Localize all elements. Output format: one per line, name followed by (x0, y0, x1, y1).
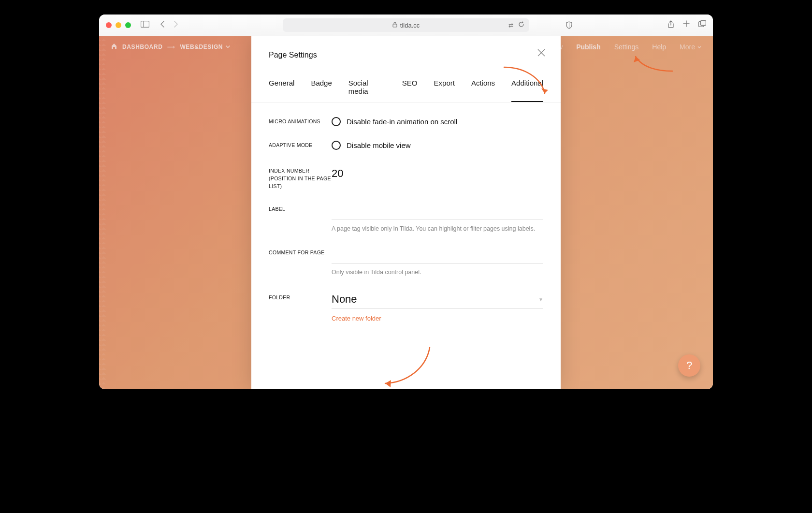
comment-hint: Only visible in Tilda control panel. (332, 268, 543, 277)
tab-general[interactable]: General (269, 79, 294, 102)
window-close-icon[interactable] (106, 22, 112, 28)
tab-seo[interactable]: SEO (402, 79, 418, 102)
settings-link[interactable]: Settings (614, 43, 639, 51)
breadcrumb-project[interactable]: WEB&DESIGN (180, 44, 230, 50)
tab-additional[interactable]: Additional (511, 79, 543, 102)
chrome-right-actions (667, 20, 706, 30)
tabs-overview-icon[interactable] (698, 20, 706, 30)
option-disable-fade-in[interactable]: Disable fade-in animation on scroll (332, 117, 543, 126)
publish-link[interactable]: Publish (576, 43, 601, 51)
field-label: LABEL A page tag visible only in Tilda. … (269, 205, 543, 234)
decorative-pattern (99, 36, 106, 389)
tab-actions[interactable]: Actions (471, 79, 495, 102)
browser-window: tilda.cc ⇄ DASHBOARD ⟶ W (99, 15, 713, 389)
close-button[interactable] (536, 47, 547, 59)
more-menu[interactable]: More (680, 43, 701, 51)
help-fab[interactable]: ? (678, 354, 700, 377)
radio-icon (332, 117, 341, 126)
breadcrumb: DASHBOARD ⟶ WEB&DESIGN (111, 43, 230, 51)
folder-select-value: None (332, 293, 357, 306)
breadcrumb-separator-icon: ⟶ (167, 44, 175, 50)
url-bar[interactable]: tilda.cc ⇄ (283, 18, 529, 32)
chevron-down-icon (697, 46, 701, 48)
url-bar-actions: ⇄ (508, 21, 524, 29)
pagelabel-hint: A page tag visible only in Tilda. You ca… (332, 225, 543, 234)
new-tab-icon[interactable] (683, 20, 690, 30)
index-number-input[interactable] (332, 166, 543, 183)
modal-title: Page Settings (269, 51, 543, 59)
lock-icon (392, 22, 397, 29)
field-folder: FOLDER None ▼ Create new folder (269, 293, 543, 322)
label-pagelabel: LABEL (269, 205, 332, 213)
sidebar-toggle-icon[interactable] (141, 21, 149, 29)
topbar-actions: Preview Publish Settings Help More (538, 43, 701, 51)
folder-select[interactable]: None ▼ (332, 293, 543, 309)
back-icon[interactable] (160, 21, 165, 29)
tab-badge[interactable]: Badge (311, 79, 332, 102)
chevron-down-icon: ▼ (538, 297, 543, 302)
pagelabel-input[interactable] (332, 205, 543, 220)
privacy-report-icon[interactable] (566, 21, 573, 31)
traffic-lights (106, 22, 131, 28)
share-icon[interactable] (667, 20, 674, 30)
app-area: DASHBOARD ⟶ WEB&DESIGN Preview Publish S… (99, 36, 713, 389)
url-text: tilda.cc (400, 22, 420, 29)
svg-rect-7 (701, 20, 706, 25)
page-settings-modal: Page Settings General Badge Social media… (251, 36, 561, 389)
nav-buttons (160, 21, 178, 29)
chevron-down-icon (226, 45, 230, 48)
create-new-folder-link[interactable]: Create new folder (332, 315, 381, 322)
window-minimize-icon[interactable] (116, 22, 121, 28)
question-mark-icon: ? (686, 359, 692, 372)
window-zoom-icon[interactable] (125, 22, 131, 28)
field-index-number: INDEX NUMBER (POSITION IN THE PAGE LIST) (269, 166, 543, 190)
tab-export[interactable]: Export (434, 79, 455, 102)
forward-icon[interactable] (174, 21, 178, 29)
reload-icon[interactable] (518, 21, 524, 29)
close-icon (537, 48, 546, 57)
browser-chrome: tilda.cc ⇄ (99, 15, 713, 36)
field-micro-animations: MICRO ANIMATIONS Disable fade-in animati… (269, 117, 543, 126)
modal-tabs: General Badge Social media SEO Export Ac… (251, 59, 561, 103)
option-disable-mobile-view[interactable]: Disable mobile view (332, 141, 543, 150)
modal-header: Page Settings (251, 36, 561, 59)
label-adaptive-mode: ADAPTIVE MODE (269, 141, 332, 149)
comment-input[interactable] (332, 248, 543, 264)
field-comment: COMMENT FOR PAGE Only visible in Tilda c… (269, 248, 543, 277)
help-link[interactable]: Help (652, 43, 666, 51)
label-comment: COMMENT FOR PAGE (269, 248, 332, 257)
label-micro-animations: MICRO ANIMATIONS (269, 117, 332, 126)
svg-rect-2 (393, 24, 397, 27)
tab-social-media[interactable]: Social media (348, 79, 386, 102)
home-icon[interactable] (111, 43, 117, 51)
radio-icon (332, 141, 341, 150)
breadcrumb-dashboard[interactable]: DASHBOARD (122, 44, 162, 50)
translate-icon[interactable]: ⇄ (508, 22, 513, 29)
field-adaptive-mode: ADAPTIVE MODE Disable mobile view (269, 141, 543, 150)
label-index-number: INDEX NUMBER (POSITION IN THE PAGE LIST) (269, 166, 332, 190)
svg-rect-0 (141, 21, 149, 28)
modal-body: MICRO ANIMATIONS Disable fade-in animati… (251, 103, 561, 389)
label-folder: FOLDER (269, 293, 332, 302)
